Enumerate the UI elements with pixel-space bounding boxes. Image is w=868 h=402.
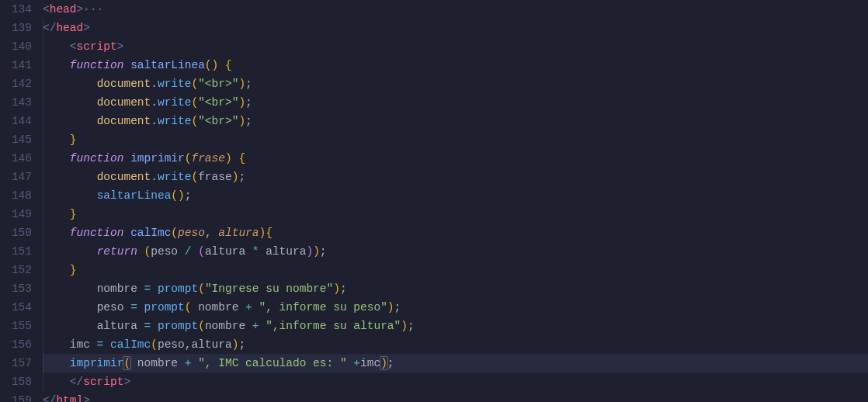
line-number: 134 xyxy=(0,0,32,19)
code-line[interactable]: nombre = prompt("Ingrese su nombre"); xyxy=(43,279,868,298)
line-number: 139 xyxy=(0,19,32,37)
code-line[interactable]: document.write(frase); xyxy=(43,168,868,186)
code-line[interactable]: saltarLinea(); xyxy=(43,186,868,205)
line-number: 151 xyxy=(0,242,32,261)
line-number: 140 xyxy=(0,37,32,56)
code-line[interactable]: <script> xyxy=(43,37,868,56)
line-number: 157 xyxy=(0,354,32,373)
code-line[interactable]: peso = prompt( nombre + ", informe su pe… xyxy=(43,298,868,317)
line-number: 158 xyxy=(0,373,32,391)
line-number: 150 xyxy=(0,224,32,242)
code-area[interactable]: ›<head>··· </head> <script> function sal… xyxy=(43,0,868,402)
code-editor[interactable]: 134 139 140 141 142 143 144 145 146 147 … xyxy=(0,0,868,402)
code-line-active[interactable]: imprimir( nombre + ", IMC calculado es: … xyxy=(43,354,868,373)
line-number: 156 xyxy=(0,335,32,354)
line-number: 155 xyxy=(0,317,32,335)
line-number: 154 xyxy=(0,298,32,317)
code-line[interactable]: </head> xyxy=(43,19,868,37)
line-number-gutter: 134 139 140 141 142 143 144 145 146 147 … xyxy=(0,0,43,402)
code-line[interactable]: altura = prompt(nombre + ",informe su al… xyxy=(43,317,868,335)
line-number: 141 xyxy=(0,56,32,75)
code-line[interactable]: document.write("<br>"); xyxy=(43,112,868,130)
line-number: 146 xyxy=(0,149,32,168)
code-line[interactable]: </html> xyxy=(43,391,868,402)
line-number: 153 xyxy=(0,279,32,298)
code-line[interactable]: document.write("<br>"); xyxy=(43,75,868,93)
code-line[interactable]: </script> xyxy=(43,373,868,391)
line-number: 152 xyxy=(0,261,32,279)
code-line[interactable]: return (peso / (altura * altura)); xyxy=(43,242,868,261)
code-line[interactable]: ›<head>··· xyxy=(43,0,868,19)
code-line[interactable]: } xyxy=(43,261,868,279)
line-number: 145 xyxy=(0,130,32,149)
code-line[interactable]: } xyxy=(43,205,868,224)
line-number: 143 xyxy=(0,93,32,112)
code-line[interactable]: function calImc(peso, altura){ xyxy=(43,224,868,242)
line-number: 148 xyxy=(0,186,32,205)
line-number: 147 xyxy=(0,168,32,186)
line-number: 142 xyxy=(0,75,32,93)
code-line[interactable]: function imprimir(frase) { xyxy=(43,149,868,168)
code-line[interactable]: } xyxy=(43,130,868,149)
code-line[interactable]: imc = calImc(peso,altura); xyxy=(43,335,868,354)
line-number: 159 xyxy=(0,391,32,402)
code-line[interactable]: document.write("<br>"); xyxy=(43,93,868,112)
code-line[interactable]: function saltarLinea() { xyxy=(43,56,868,75)
line-number: 149 xyxy=(0,205,32,224)
chevron-right-icon[interactable]: › xyxy=(82,0,91,19)
line-number: 144 xyxy=(0,112,32,130)
